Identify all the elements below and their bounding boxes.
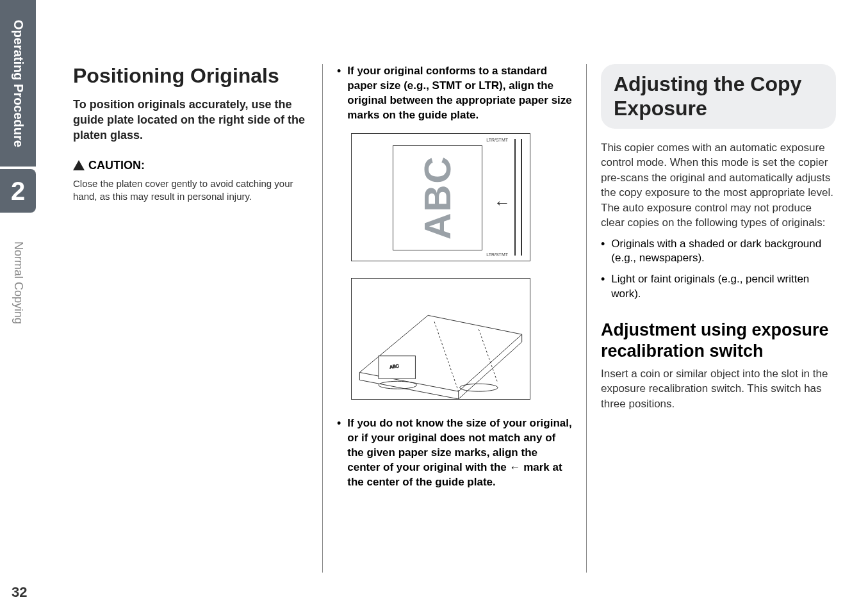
bullet2-arrow-icon: ← xyxy=(509,461,520,473)
bullet-dot: • xyxy=(337,64,341,123)
list2-text: Light or faint originals (e.g., pencil w… xyxy=(611,272,836,302)
warning-icon xyxy=(73,160,85,170)
marks-top-label: LTR/STMT xyxy=(486,138,508,142)
list-item-shaded: • Originals with a shaded or dark backgr… xyxy=(601,237,836,266)
sidebar: Operating Procedure 2 Normal Copying xyxy=(0,0,36,611)
sidebar-tab-operating-procedure: Operating Procedure xyxy=(0,0,36,167)
page-number: 32 xyxy=(12,584,27,601)
column-1: Positioning Originals To position origin… xyxy=(59,64,323,573)
svg-point-3 xyxy=(460,384,498,391)
subheading-recalibration: Adjustment using exposure recalibration … xyxy=(601,320,836,361)
list-item-faint: • Light or faint originals (e.g., pencil… xyxy=(601,272,836,302)
illustration-guide-plate: LTR/STMT ABC ← LTR/STMT xyxy=(351,133,530,261)
list1-text: Originals with a shaded or dark backgrou… xyxy=(611,237,836,266)
column-3: Adjusting the Copy Exposure This copier … xyxy=(587,64,850,573)
column-2: • If your original conforms to a standar… xyxy=(323,64,587,573)
copier-svg: ABC xyxy=(352,279,530,399)
abc-text: ABC xyxy=(416,156,459,240)
bullet-unknown-size: • If you do not know the size of your or… xyxy=(337,416,572,490)
left-arrow-icon: ← xyxy=(494,193,511,213)
heading-adjusting-exposure: Adjusting the Copy Exposure xyxy=(601,64,836,129)
original-sheet: ABC xyxy=(393,145,482,250)
caution-label: CAUTION: xyxy=(88,159,145,172)
caution-heading: CAUTION: xyxy=(73,159,308,172)
guide-line-2 xyxy=(521,139,522,256)
intro-text: To position originals accurately, use th… xyxy=(73,97,308,143)
marks-bottom-label: LTR/STMT xyxy=(486,252,508,257)
recalibration-body: Insert a coin or similar object into the… xyxy=(601,366,836,411)
main-content: Positioning Originals To position origin… xyxy=(59,64,850,573)
bullet-dot: • xyxy=(337,416,341,490)
caution-body: Close the platen cover gently to avoid c… xyxy=(73,177,308,204)
bullet-standard-size: • If your original conforms to a standar… xyxy=(337,64,572,123)
sidebar-tab-normal-copying: Normal Copying xyxy=(0,213,36,354)
guide-line xyxy=(514,139,516,256)
chapter-number-badge: 2 xyxy=(0,169,36,213)
bullet2-text: If you do not know the size of your orig… xyxy=(347,416,572,490)
heading-positioning-originals: Positioning Originals xyxy=(73,64,308,88)
bullet1-text: If your original conforms to a standard … xyxy=(347,64,572,123)
bullet-dot: • xyxy=(601,237,605,266)
exposure-body-text: This copier comes with an automatic expo… xyxy=(601,140,836,231)
bullet-dot: • xyxy=(601,272,605,302)
illustration-copier-platen: ABC xyxy=(351,278,530,400)
